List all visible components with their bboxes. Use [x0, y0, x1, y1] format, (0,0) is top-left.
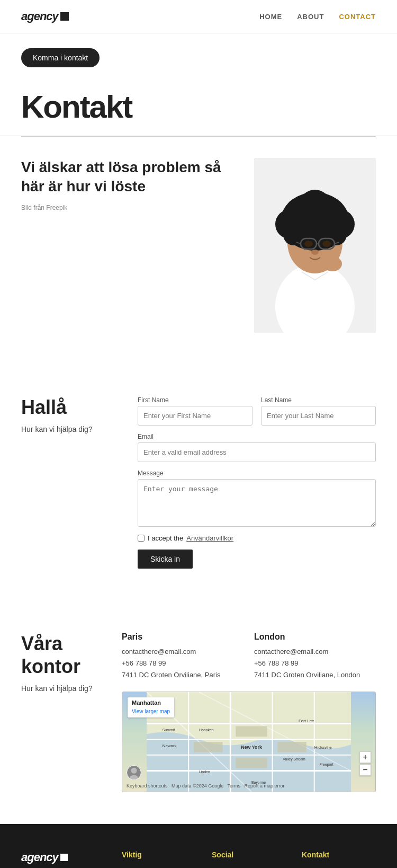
email-input[interactable] [138, 442, 376, 462]
london-info: contacthere@email.com +56 788 78 99 7411… [254, 646, 376, 681]
contact-form: First Name Last Name Email Message I acc… [138, 396, 376, 569]
checkbox-text: I accept the [148, 534, 183, 542]
offices-right: Paris contacthere@email.com +56 788 78 9… [122, 632, 376, 792]
london-city: London [254, 632, 376, 642]
footer-viktig-list: Journal Karriär Uppdrag & Vision Priser … [122, 865, 196, 868]
paris-office: Paris contacthere@email.com +56 788 78 9… [122, 632, 243, 681]
footer-logo-box [60, 854, 68, 861]
offices-section: Våra kontor Hur kan vi hjälpa dig? Paris… [0, 600, 397, 824]
contact-subheading: Hur kan vi hjälpa dig? [21, 425, 116, 433]
terms-link[interactable]: Användarvillkor [186, 534, 233, 542]
footer-contact-info: contacthere@email.com +11 234 44 555 667… [302, 865, 376, 868]
photo-credit: Bild från Freepik [21, 204, 238, 211]
svg-text:Newark: Newark [163, 743, 177, 748]
message-group: Message [138, 470, 376, 527]
svg-text:New York: New York [241, 745, 262, 750]
last-name-label: Last Name [261, 396, 376, 404]
nav-contact[interactable]: CONTACT [339, 13, 376, 21]
last-name-input[interactable] [261, 406, 376, 426]
svg-text:Hicksville: Hicksville [314, 745, 332, 750]
hero-image [254, 158, 376, 333]
offices-subheading: Hur kan vi hjälpa dig? [21, 684, 106, 693]
footer: agency Viktig Journal Karriär Uppdrag & … [0, 824, 397, 868]
footer-social-list: Facebook Twitter Instagram LinkedIn Gith… [212, 865, 286, 868]
map-controls: + − [359, 751, 371, 776]
header: agency HOME ABOUT CONTACT [0, 0, 397, 33]
svg-point-20 [311, 250, 319, 255]
footer-social-heading: Social [212, 851, 286, 859]
cta-button[interactable]: Komma i kontakt [21, 48, 100, 67]
page-title-section: Kontakt [0, 78, 397, 136]
svg-text:Freeport: Freeport [320, 763, 333, 767]
map-container[interactable]: New York Newark Fort Lee Hicksville Summ… [122, 692, 376, 792]
last-name-group: Last Name [261, 396, 376, 426]
footer-viktig: Viktig Journal Karriär Uppdrag & Vision … [122, 851, 196, 868]
map-zoom-out[interactable]: − [359, 764, 371, 776]
main-nav: HOME ABOUT CONTACT [259, 13, 376, 21]
logo-box [60, 12, 69, 21]
page-title: Kontakt [21, 88, 376, 125]
submit-button[interactable]: Skicka in [138, 550, 193, 569]
logo: agency [21, 10, 69, 23]
svg-text:Linden: Linden [199, 770, 210, 774]
message-label: Message [138, 470, 376, 477]
svg-rect-34 [194, 742, 222, 752]
name-row: First Name Last Name [138, 396, 376, 426]
footer-kontakt: Kontakt contacthere@email.com +11 234 44… [302, 851, 376, 868]
offices-left: Våra kontor Hur kan vi hjälpa dig? [21, 632, 106, 693]
svg-rect-33 [236, 727, 267, 737]
first-name-input[interactable] [138, 406, 252, 426]
map-label-container: Manhattan View larger map [128, 697, 174, 718]
svg-rect-36 [236, 758, 267, 768]
message-textarea[interactable] [138, 479, 376, 527]
footer-top: agency Viktig Journal Karriär Uppdrag & … [21, 851, 376, 868]
footer-logo: agency [21, 851, 106, 868]
first-name-group: First Name [138, 396, 252, 426]
paris-city: Paris [122, 632, 243, 642]
contact-left: Hallå Hur kan vi hjälpa dig? [21, 396, 116, 433]
svg-text:Hoboken: Hoboken [199, 728, 214, 732]
email-group: Email [138, 433, 376, 462]
svg-point-48 [130, 775, 139, 780]
footer-kontakt-heading: Kontakt [302, 851, 376, 859]
footer-social: Social Facebook Twitter Instagram Linked… [212, 851, 286, 868]
map-zoom-in[interactable]: + [359, 751, 371, 763]
terms-checkbox[interactable] [138, 535, 145, 542]
map-label: Manhattan [132, 699, 170, 706]
contact-heading: Hallå [21, 396, 116, 419]
svg-point-47 [131, 768, 137, 774]
cta-section: Komma i kontakt [0, 33, 397, 78]
terms-row: I accept the Användarvillkor [138, 534, 376, 542]
svg-point-10 [299, 190, 331, 222]
map-placeholder: New York Newark Fort Lee Hicksville Summ… [122, 692, 375, 792]
svg-point-18 [304, 241, 313, 247]
hero-text: Vi älskar att lösa problem så här är hur… [21, 158, 238, 211]
contact-section: Hallå Hur kan vi hjälpa dig? First Name … [0, 365, 397, 600]
nav-about[interactable]: ABOUT [297, 13, 324, 21]
footer-viktig-heading: Viktig [122, 851, 196, 859]
map-attribution: Keyboard shortcuts Map data ©2024 Google… [127, 783, 285, 789]
paris-info: contacthere@email.com +56 788 78 99 7411… [122, 646, 243, 681]
svg-text:Summit: Summit [163, 728, 175, 732]
first-name-label: First Name [138, 396, 252, 404]
email-label: Email [138, 433, 376, 440]
nav-home[interactable]: HOME [259, 13, 282, 21]
svg-text:Fort Lee: Fort Lee [299, 719, 314, 724]
offices-heading: Våra kontor [21, 632, 106, 678]
svg-rect-35 [277, 742, 306, 752]
london-office: London contacthere@email.com +56 788 78 … [254, 632, 376, 681]
offices-grid: Paris contacthere@email.com +56 788 78 9… [122, 632, 376, 681]
svg-text:Valley Stream: Valley Stream [283, 757, 305, 761]
hero-heading: Vi älskar att lösa problem så här är hur… [21, 158, 238, 197]
map-link[interactable]: View larger map [132, 708, 170, 714]
hero-section: Vi älskar att lösa problem så här är hur… [0, 137, 397, 365]
svg-point-21 [323, 256, 342, 271]
svg-point-19 [322, 241, 331, 247]
